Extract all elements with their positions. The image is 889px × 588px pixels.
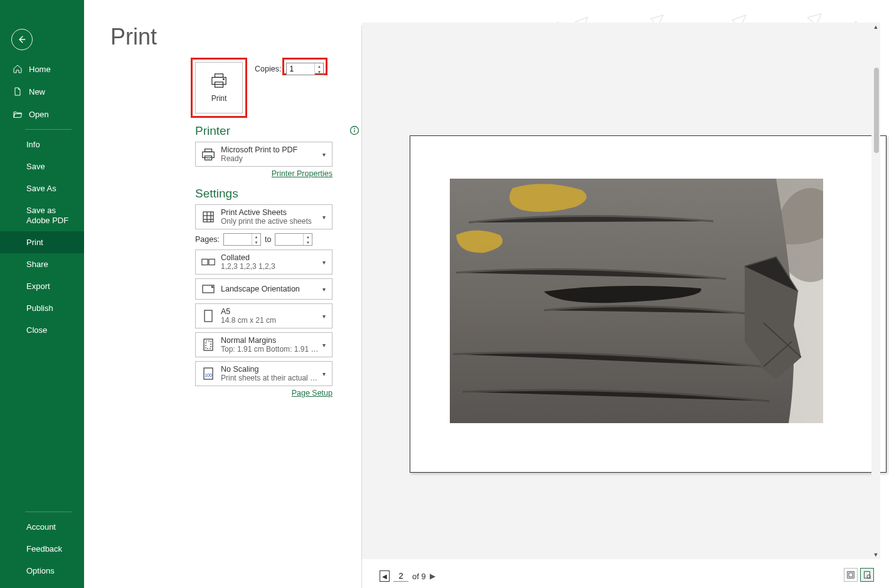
svg-rect-18 [205, 149, 211, 152]
sheets-icon [200, 208, 217, 226]
sidebar-item-export[interactable]: Export [0, 275, 84, 297]
page-icon [200, 307, 217, 325]
svg-rect-30 [205, 310, 212, 322]
copies-label: Copies: [255, 65, 281, 73]
svg-text:100: 100 [205, 373, 212, 377]
svg-point-17 [354, 129, 355, 129]
sidebar-item-print[interactable]: Print [0, 231, 84, 253]
sidebar-item-close[interactable]: Close [0, 319, 84, 341]
current-page-input[interactable] [393, 570, 408, 582]
show-margins-button[interactable] [844, 568, 858, 582]
chevron-down-icon: ▾ [319, 214, 328, 221]
copies-input[interactable] [287, 63, 314, 75]
margins-icon [200, 336, 217, 354]
preview-image [450, 179, 823, 423]
sidebar-item-save[interactable]: Save [0, 155, 84, 177]
printer-properties-link[interactable]: Printer Properties [195, 169, 333, 178]
file-icon [13, 87, 23, 97]
svg-rect-11 [215, 74, 223, 78]
spinner-down[interactable]: ▼ [315, 69, 323, 75]
printer-info-icon[interactable] [349, 125, 359, 135]
chevron-down-icon: ▾ [319, 286, 328, 293]
printer-device-icon [200, 145, 217, 163]
pages-range-row: Pages: ▲▼ to ▲▼ [195, 233, 359, 246]
orientation-selector[interactable]: Landscape Orientation ▾ [195, 278, 333, 300]
scroll-up-icon[interactable]: ▲ [871, 23, 880, 31]
pages-to-spinner[interactable]: ▲▼ [275, 233, 312, 246]
sidebar-item-label: Home [29, 65, 51, 74]
next-page-button[interactable]: ▶ [430, 572, 435, 580]
paper-size-selector[interactable]: A514.8 cm x 21 cm ▾ [195, 303, 333, 328]
printer-heading: Printer [195, 124, 359, 138]
zoom-controls [844, 568, 874, 582]
pages-from-input[interactable] [224, 234, 252, 245]
sidebar-item-new[interactable]: New [0, 80, 84, 103]
print-preview-area: ▲ ▼ [362, 23, 880, 559]
scaling-icon: 100 [200, 365, 217, 382]
svg-point-14 [223, 78, 225, 80]
pages-to-label: to [265, 235, 271, 244]
svg-rect-27 [202, 259, 208, 265]
sidebar-item-account[interactable]: Account [0, 516, 84, 538]
sidebar-item-options[interactable]: Options [0, 560, 84, 582]
folder-open-icon [13, 109, 23, 119]
settings-heading: Settings [195, 187, 359, 201]
divider [25, 512, 72, 512]
chevron-down-icon: ▾ [319, 342, 328, 349]
sidebar-item-save-adobe[interactable]: Save as Adobe PDF [0, 199, 84, 231]
sidebar-item-publish[interactable]: Publish [0, 297, 84, 319]
spinner-up[interactable]: ▲ [315, 63, 323, 69]
pages-to-input[interactable] [275, 234, 303, 245]
pages-from-spinner[interactable]: ▲▼ [223, 233, 261, 246]
preview-status-bar: ◀ of 9 ▶ [362, 559, 880, 588]
chevron-down-icon: ▾ [319, 151, 328, 158]
svg-rect-19 [203, 152, 214, 157]
printer-icon [210, 73, 228, 89]
svg-rect-28 [209, 259, 215, 265]
sidebar-item-saveas[interactable]: Save As [0, 177, 84, 199]
sidebar-item-label: New [29, 87, 45, 97]
collated-icon [200, 253, 217, 271]
scroll-down-icon[interactable]: ▼ [871, 550, 880, 559]
divider [25, 129, 72, 130]
landscape-icon [200, 280, 217, 298]
print-what-selector[interactable]: Print Active SheetsOnly print the active… [195, 204, 333, 229]
margins-selector[interactable]: Normal MarginsTop: 1.91 cm Bottom: 1.91 … [195, 332, 333, 357]
scroll-thumb[interactable] [874, 68, 879, 153]
preview-scrollbar[interactable]: ▲ ▼ [871, 23, 880, 559]
home-icon [13, 64, 23, 74]
scaling-selector[interactable]: 100 No ScalingPrint sheets at their actu… [195, 361, 333, 386]
sidebar-item-label: Open [29, 110, 49, 119]
copies-spinner[interactable]: ▲▼ [286, 63, 324, 75]
page-setup-link[interactable]: Page Setup [195, 389, 333, 397]
back-button[interactable] [11, 29, 33, 50]
page-navigator: ◀ of 9 ▶ [380, 570, 435, 582]
page-total-label: of 9 [412, 572, 426, 581]
printer-status: Ready [221, 154, 319, 163]
prev-page-button[interactable]: ◀ [380, 570, 390, 582]
chevron-down-icon: ▾ [319, 259, 328, 266]
print-controls-column: Print Copies: ▲▼ Printer Microsoft Print… [195, 56, 359, 397]
main-content: Print Print Copies: ▲▼ Printer [84, 0, 889, 588]
zoom-to-page-button[interactable] [860, 568, 874, 582]
sidebar-item-home[interactable]: Home [0, 58, 84, 80]
chevron-down-icon: ▾ [319, 370, 328, 377]
printer-selector[interactable]: Microsoft Print to PDF Ready ▾ [195, 142, 333, 167]
svg-rect-32 [206, 341, 211, 349]
svg-rect-39 [849, 573, 853, 577]
chevron-down-icon: ▾ [319, 313, 328, 320]
sidebar-item-share[interactable]: Share [0, 253, 84, 275]
pages-label: Pages: [195, 235, 220, 244]
svg-rect-22 [203, 212, 213, 222]
sidebar-item-info[interactable]: Info [0, 134, 84, 155]
backstage-sidebar: Home New Open Info Save Save As Save as … [0, 0, 84, 588]
svg-rect-38 [848, 572, 854, 579]
svg-line-42 [870, 577, 871, 579]
sidebar-item-feedback[interactable]: Feedback [0, 538, 84, 560]
preview-page [410, 135, 886, 473]
print-button-label: Print [211, 94, 227, 103]
collation-selector[interactable]: Collated1,2,3 1,2,3 1,2,3 ▾ [195, 249, 333, 275]
sidebar-item-open[interactable]: Open [0, 103, 84, 125]
print-button[interactable]: Print [195, 62, 243, 113]
printer-name: Microsoft Print to PDF [221, 145, 319, 154]
